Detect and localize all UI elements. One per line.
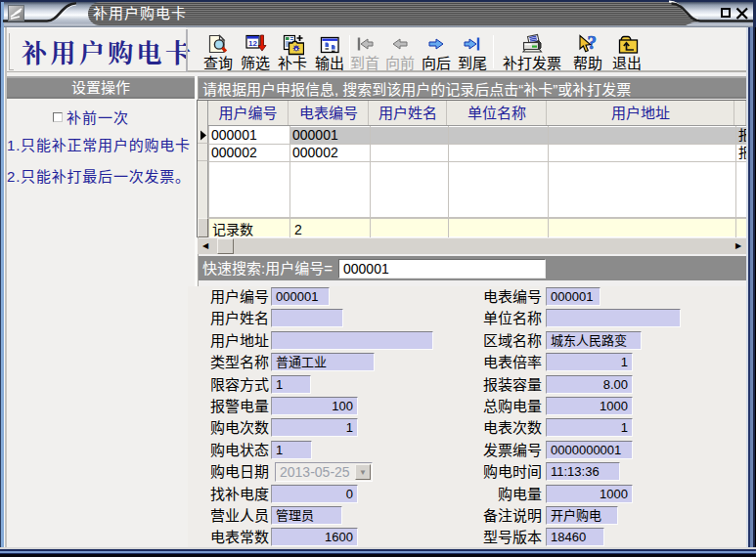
svg-text:12: 12 xyxy=(248,39,257,48)
